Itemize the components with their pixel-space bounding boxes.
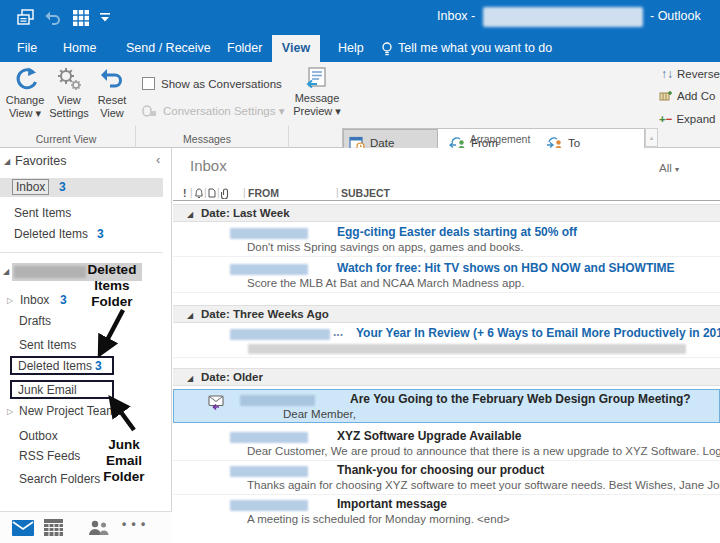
favorites-deleted-unread-count: 3 bbox=[97, 227, 104, 241]
new-project-team-collapsed-triangle[interactable]: ▷ bbox=[7, 407, 13, 416]
mail-nav-icon[interactable] bbox=[12, 520, 34, 536]
message-list-pane: Inbox All ▾ ! | | | | FROM | SUBJECT ◢ D… bbox=[173, 148, 720, 543]
tab-send-receive[interactable]: Send / Receive bbox=[126, 35, 211, 62]
sidebar-item-search-folders[interactable]: Search Folders bbox=[19, 472, 100, 486]
sidebar-item-favorites-sent-items[interactable]: Sent Items bbox=[14, 206, 71, 220]
tab-home[interactable]: Home bbox=[63, 35, 96, 62]
gear-icon bbox=[56, 66, 82, 92]
customize-quick-access-icon[interactable] bbox=[99, 8, 111, 28]
sidebar-item-favorites-inbox[interactable]: Inbox 3 bbox=[0, 178, 163, 197]
message-row[interactable]: Important message A meeting is scheduled… bbox=[173, 496, 720, 529]
reset-view-button[interactable]: Reset View bbox=[91, 66, 133, 120]
folder-pane: ◢ Favorites ‹ Inbox 3 Sent Items Deleted… bbox=[0, 148, 172, 543]
gallery-scroll-up-button[interactable]: ▴ bbox=[645, 128, 658, 147]
expand-collapse-label: Expand bbox=[676, 113, 715, 125]
preview-redacted bbox=[248, 344, 686, 354]
view-settings-button[interactable]: View Settings bbox=[47, 66, 91, 120]
expand-plus-icon: + bbox=[659, 113, 666, 125]
sidebar-item-sent-items[interactable]: Sent Items bbox=[19, 338, 76, 352]
reminder-bell-column-icon[interactable] bbox=[194, 188, 204, 199]
tell-me-box[interactable]: Tell me what you want to do bbox=[398, 35, 552, 62]
inbox-unread-count: 3 bbox=[60, 293, 67, 307]
show-as-conversations-label: Show as Conversations bbox=[161, 78, 282, 90]
sidebar-item-outbox[interactable]: Outbox bbox=[19, 429, 58, 443]
conversation-settings-label: Conversation Settings ▾ bbox=[163, 104, 284, 118]
sender-ellipsis: ... bbox=[333, 325, 343, 339]
message-row[interactable]: XYZ Software Upgrade Available Dear Cust… bbox=[173, 428, 720, 461]
importance-column-icon[interactable]: ! bbox=[183, 187, 187, 199]
add-columns-button[interactable]: Add Co bbox=[659, 90, 715, 102]
filter-caret-icon: ▾ bbox=[675, 165, 679, 174]
account-expand-triangle[interactable]: ◢ bbox=[3, 267, 9, 276]
sender-redacted bbox=[230, 329, 330, 340]
ribbon: Change View ▾ View Settings Reset View S… bbox=[0, 62, 720, 148]
message-row[interactable]: ... Your Year In Review (+ 6 Ways to Ema… bbox=[173, 325, 720, 358]
tab-folder[interactable]: Folder bbox=[227, 35, 262, 62]
message-row[interactable]: Thank-you for choosing our product Thank… bbox=[173, 462, 720, 495]
view-settings-label: View Settings bbox=[49, 94, 89, 120]
collapse-pane-icon[interactable]: ‹ bbox=[156, 152, 160, 167]
column-header-from[interactable]: FROM bbox=[248, 187, 279, 199]
conversation-settings-button[interactable]: Conversation Settings ▾ bbox=[142, 104, 284, 118]
checkbox-box bbox=[142, 77, 155, 90]
reverse-sort-button[interactable]: ↑↓ Reverse bbox=[661, 67, 720, 81]
group-header-older[interactable]: ◢ Date: Older bbox=[173, 368, 720, 386]
change-view-label: Change View ▾ bbox=[6, 94, 45, 120]
sender-redacted bbox=[230, 264, 308, 275]
sidebar-item-favorites-deleted-items[interactable]: Deleted Items bbox=[14, 227, 88, 241]
add-columns-label: Add Co bbox=[677, 90, 715, 102]
arrow-to-junk-email bbox=[100, 392, 146, 438]
sidebar-item-rss-feeds[interactable]: RSS Feeds bbox=[19, 449, 80, 463]
title-bar: Inbox - - Outlook bbox=[0, 0, 720, 35]
filter-all-dropdown[interactable]: All ▾ bbox=[659, 162, 679, 174]
expand-collapse-button[interactable]: +− Expand bbox=[659, 113, 715, 125]
group-label-current-view: Current View bbox=[16, 133, 116, 145]
account-name-redacted bbox=[483, 7, 643, 27]
list-title: Inbox bbox=[190, 157, 227, 174]
calendar-nav-icon[interactable] bbox=[44, 519, 63, 536]
quick-access-grid-icon[interactable] bbox=[71, 8, 91, 28]
conversation-settings-icon bbox=[142, 105, 157, 117]
nav-overflow-ellipsis[interactable]: • • • bbox=[122, 517, 146, 531]
message-row[interactable]: Watch for free: Hit TV shows on HBO NOW … bbox=[173, 260, 720, 293]
quick-access-send-receive-icon[interactable] bbox=[16, 8, 36, 28]
group-header-three-weeks-ago[interactable]: ◢ Date: Three Weeks Ago bbox=[173, 305, 720, 323]
sidebar-item-inbox[interactable]: Inbox bbox=[20, 293, 49, 307]
favorites-expand-triangle[interactable]: ◢ bbox=[4, 157, 10, 166]
column-header-row: ! | | | | FROM | SUBJECT bbox=[173, 185, 720, 201]
group-header-last-week[interactable]: ◢ Date: Last Week bbox=[173, 204, 720, 222]
inbox-collapsed-triangle[interactable]: ▷ bbox=[7, 296, 13, 305]
lightbulb-icon bbox=[381, 41, 393, 57]
change-view-button[interactable]: Change View ▾ bbox=[2, 66, 48, 120]
annotation-deleted-items-folder: Deleted Items Folder bbox=[80, 262, 144, 310]
sender-redacted bbox=[230, 500, 308, 511]
sender-redacted bbox=[230, 432, 308, 443]
ribbon-tab-row: File Home Send / Receive Folder View Hel… bbox=[0, 35, 720, 62]
sidebar-item-deleted-items[interactable]: Deleted Items bbox=[18, 359, 92, 373]
window-title-prefix: Inbox - bbox=[437, 9, 475, 23]
tab-view[interactable]: View bbox=[272, 35, 320, 62]
item-type-column-icon[interactable] bbox=[208, 188, 216, 198]
message-row[interactable]: Egg-citing Easter deals starting at 50% … bbox=[173, 224, 720, 257]
favorites-header[interactable]: Favorites bbox=[15, 154, 66, 168]
replied-envelope-icon bbox=[208, 394, 226, 410]
quick-access-undo-icon[interactable] bbox=[43, 8, 63, 28]
annotation-junk-email-folder: Junk Email Folder bbox=[92, 437, 156, 485]
sidebar-item-junk-email[interactable]: Junk Email bbox=[18, 383, 77, 397]
people-nav-icon[interactable] bbox=[88, 520, 109, 535]
favorites-inbox-unread-count: 3 bbox=[59, 180, 66, 194]
message-row-selected[interactable]: Are You Going to the February Web Design… bbox=[173, 389, 720, 423]
message-preview-label: Message Preview ▾ bbox=[293, 92, 341, 118]
reset-view-label: Reset View bbox=[98, 94, 127, 120]
column-header-subject[interactable]: SUBJECT bbox=[341, 187, 390, 199]
sender-redacted bbox=[240, 395, 315, 406]
window-title-suffix: - Outlook bbox=[650, 9, 701, 23]
navigation-bar: • • • bbox=[0, 511, 172, 543]
message-preview-button[interactable]: Message Preview ▾ bbox=[293, 66, 341, 118]
tab-file[interactable]: File bbox=[17, 35, 37, 62]
attachment-column-icon[interactable] bbox=[221, 188, 230, 199]
tab-help[interactable]: Help bbox=[338, 35, 364, 62]
show-as-conversations-checkbox[interactable]: Show as Conversations bbox=[142, 77, 282, 90]
sender-redacted bbox=[230, 466, 308, 477]
sidebar-item-drafts[interactable]: Drafts bbox=[19, 314, 51, 328]
